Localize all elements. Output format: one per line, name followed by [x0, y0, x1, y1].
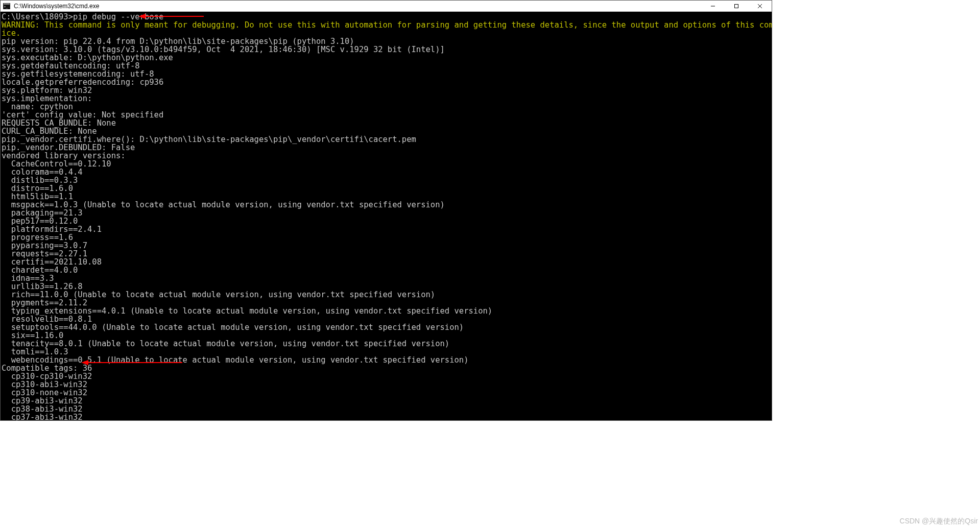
window-controls	[701, 1, 772, 11]
minimize-button[interactable]	[701, 1, 725, 11]
maximize-button[interactable]	[725, 1, 748, 11]
svg-rect-1	[4, 3, 10, 4]
output-lines: pip version: pip 22.0.4 from D:\python\l…	[2, 37, 492, 420]
titlebar[interactable]: >_ C:\Windows\system32\cmd.exe	[1, 1, 772, 12]
watermark: CSDN @兴趣使然的Qsir	[900, 517, 978, 526]
window-title: C:\Windows\system32\cmd.exe	[14, 3, 701, 10]
close-button[interactable]	[748, 1, 772, 11]
cmd-icon: >_	[3, 3, 11, 10]
terminal-output[interactable]: C:\Users\18093>pip debug --verbose WARNI…	[1, 12, 772, 420]
cmd-window: >_ C:\Windows\system32\cmd.exe C:\Users\…	[0, 0, 772, 421]
svg-text:>_: >_	[4, 5, 8, 9]
svg-rect-5	[735, 4, 738, 8]
warning-text: WARNING: This command is only meant for …	[2, 20, 772, 38]
